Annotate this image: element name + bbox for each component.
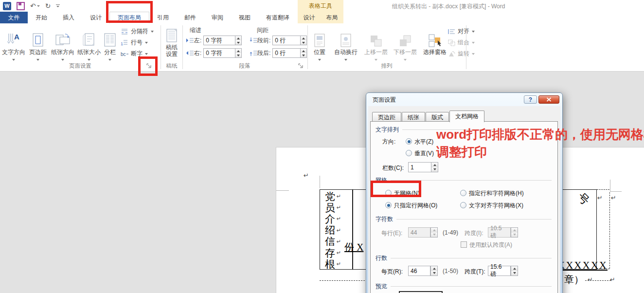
pilcrow-mark: ↵ [588, 276, 593, 283]
tab-mailings[interactable]: 邮件 [177, 12, 204, 23]
selection-pane-button[interactable]: 选择窗格 [421, 24, 449, 55]
tab-home[interactable]: 开始 [28, 12, 55, 23]
dialog-tab-document-grid[interactable]: 文档网格 [449, 110, 484, 122]
text-direction-button[interactable]: A 文字方向 [1, 24, 26, 62]
section-preview: 预览 [376, 282, 552, 291]
dialog-close-button[interactable] [538, 95, 559, 104]
columns-count-input[interactable]: 1 [408, 162, 431, 172]
serial-number-text: XXXXXX [557, 259, 608, 272]
annotation-text-line2: 调整打印 [436, 144, 487, 161]
bring-forward-button[interactable]: 上移一层 [362, 24, 390, 62]
spacing-before-spinner[interactable] [301, 36, 307, 45]
dialog-tab-paper[interactable]: 纸张 [402, 112, 425, 122]
default-pitch-checkbox-label[interactable]: 使用默认跨度(A) [469, 241, 512, 249]
spacing-before-input[interactable]: 0 行 [272, 36, 301, 45]
line-numbers-button[interactable]: 1 行号 [121, 38, 148, 47]
chevron-down-icon [472, 42, 475, 44]
indent-right-spinner[interactable] [235, 48, 242, 58]
chevron-down-icon [145, 42, 148, 44]
margins-button[interactable]: 页边距 [27, 24, 49, 62]
wrap-text-button[interactable]: 自动换行 [331, 24, 360, 62]
align-button[interactable]: 对齐 [448, 27, 475, 36]
orientation-button[interactable]: 纸张方向 [50, 24, 76, 62]
customize-qat-button[interactable] [56, 4, 60, 8]
columns-count-spinner[interactable] [431, 162, 438, 172]
indent-right-input[interactable]: 0 字符 [203, 48, 235, 58]
chevron-down-icon [151, 31, 154, 33]
manuscript-setup-button[interactable]: 稿纸 设置 [162, 24, 181, 57]
radio-horizontal[interactable] [406, 138, 412, 145]
tab-table-design[interactable]: 设计 [298, 12, 321, 23]
chevron-down-icon [404, 59, 407, 61]
paper-size-button[interactable]: 纸张大小 [77, 24, 101, 62]
spacing-after-spinner[interactable] [301, 48, 307, 58]
tab-insert[interactable]: 插入 [55, 12, 82, 23]
word-logo-icon[interactable]: W [3, 2, 11, 10]
tab-review[interactable]: 审阅 [204, 12, 231, 23]
title-bar: W ↶ ↻ 表格工具 组织关系转出 - 副本.docx [兼容模式] - Wor… [0, 0, 644, 12]
radio-horizontal-label[interactable]: 水平(Z) [414, 138, 433, 146]
indent-right-row: 右: 0 字符 [186, 48, 242, 58]
line-pitch-spinner[interactable] [511, 266, 518, 276]
chevron-down-icon [318, 59, 321, 61]
radio-vertical[interactable] [406, 150, 412, 156]
radio-char-align-grid[interactable] [460, 202, 466, 208]
lines-per-page-spinner[interactable] [430, 266, 438, 276]
document-title: 组织关系转出 - 副本.docx [兼容模式] - Word [392, 2, 505, 11]
indent-left-input[interactable]: 0 字符 [203, 36, 235, 45]
send-backward-button[interactable]: 下移一层 [392, 24, 419, 62]
selection-pane-icon [421, 24, 449, 49]
radio-line-char-grid-label[interactable]: 指定行和字符网格(H) [469, 189, 524, 198]
radio-line-grid-only[interactable] [385, 202, 392, 208]
tab-youdao-translate[interactable]: 有道翻译 [258, 12, 297, 23]
group-arrange: 位置 自动换行 上移一层 下移一层 [308, 23, 465, 71]
table-gridline [352, 190, 353, 269]
radio-vertical-label[interactable]: 垂直(V) [414, 149, 434, 158]
paper-size-icon [77, 24, 101, 49]
undo-button[interactable]: ↶ [30, 2, 40, 9]
breaks-button[interactable]: 分隔符 [121, 27, 154, 36]
table-tools-tab-strip: 设计 布局 [298, 12, 343, 23]
line-numbers-icon: 1 [121, 39, 128, 46]
chevron-down-icon [145, 53, 148, 55]
paragraph-dialog-launcher[interactable] [298, 63, 304, 69]
pilcrow-mark: ↵ [597, 194, 603, 201]
pilcrow-mark: ↵ [337, 227, 341, 234]
section-lines: 行数 [376, 254, 552, 262]
pilcrow-mark: ↵ [304, 172, 309, 179]
columns-button[interactable]: 分栏 [101, 24, 119, 62]
chevron-down-icon [472, 53, 475, 55]
default-pitch-checkbox[interactable] [461, 241, 467, 248]
pilcrow-mark: ↵ [611, 194, 616, 201]
dialog-help-button[interactable]: ? [524, 95, 537, 104]
spacing-after-input[interactable]: 0 行 [272, 48, 301, 58]
dialog-tab-margins[interactable]: 页边距 [372, 112, 401, 122]
text-direction-icon: A [1, 24, 26, 49]
radio-char-align-grid-label[interactable]: 文字对齐字符网格(X) [469, 201, 523, 210]
tab-view[interactable]: 视图 [231, 12, 258, 23]
word-window: W ↶ ↻ 表格工具 组织关系转出 - 副本.docx [兼容模式] - Wor… [0, 0, 644, 293]
chevron-down-icon [472, 31, 475, 33]
annotation-box-dialog-launcher [138, 56, 158, 76]
lines-per-page-input[interactable]: 46 [408, 266, 430, 276]
radio-line-char-grid[interactable] [460, 190, 466, 196]
tab-table-layout[interactable]: 布局 [321, 12, 343, 23]
pilcrow-mark: ↵ [337, 204, 341, 211]
rotate-icon [448, 51, 455, 57]
line-pitch-input[interactable]: 15.6 磅 [488, 266, 511, 276]
radio-line-grid-only-label[interactable]: 只指定行网格(O) [394, 201, 437, 210]
tab-file[interactable]: 文件 [0, 12, 28, 23]
save-icon[interactable] [17, 2, 25, 10]
tab-design[interactable]: 设计 [82, 12, 109, 23]
dialog-tab-layout[interactable]: 版式 [426, 112, 449, 122]
position-button[interactable]: 位置 [310, 24, 329, 62]
group-objects-icon [448, 39, 455, 46]
rotate-button[interactable]: 旋转 [448, 50, 475, 58]
preview-page-box [399, 291, 443, 293]
char-pitch-input: 10.5 磅 [488, 227, 511, 238]
indent-left-spinner[interactable] [235, 36, 242, 45]
char-pitch-spinner [511, 227, 518, 238]
redo-icon[interactable]: ↻ [45, 2, 51, 9]
tab-references[interactable]: 引用 [149, 12, 177, 23]
group-objects-button[interactable]: 组合 [448, 38, 475, 47]
